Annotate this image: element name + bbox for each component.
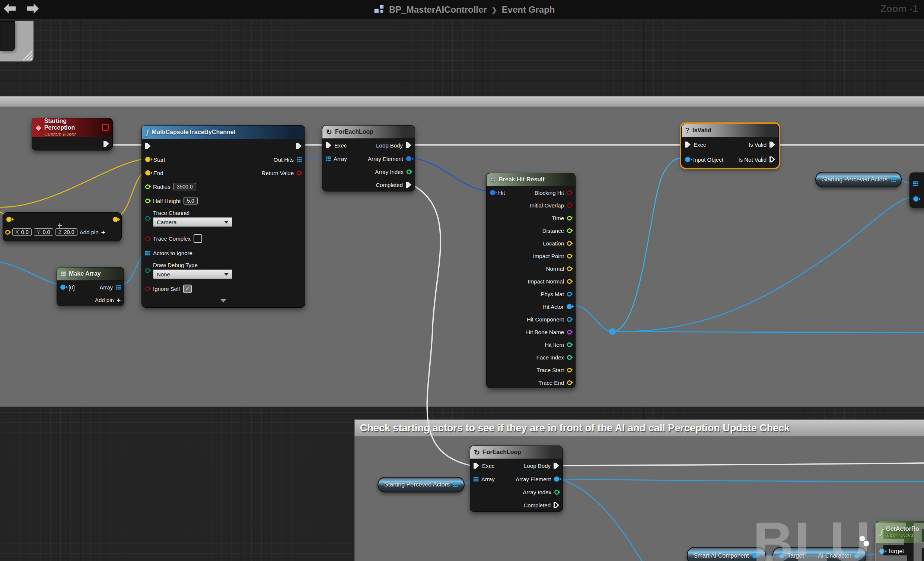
distance-pin[interactable]	[567, 229, 572, 233]
actors-to-ignore-pin[interactable]	[145, 251, 150, 256]
dropdown-caret-icon	[224, 221, 229, 224]
collapse-arrow-icon[interactable]	[220, 299, 227, 302]
component-out-pin[interactable]	[752, 553, 758, 558]
trace-complex-pin[interactable]	[145, 236, 150, 241]
location-pin[interactable]	[567, 241, 572, 246]
node-smart-ai-component[interactable]: Smart AI Component	[687, 547, 766, 561]
initial-overlap-pin[interactable]	[567, 203, 572, 208]
hit-actor-pin[interactable]	[567, 304, 572, 309]
hit-item-pin[interactable]	[567, 342, 572, 347]
array-in-pin[interactable]	[913, 181, 918, 186]
add-pin-button[interactable]: Add pin+	[80, 229, 105, 236]
exec-out-pin[interactable]	[104, 141, 109, 147]
array-element-pin[interactable]	[406, 156, 411, 161]
hit-bone-name-pin[interactable]	[567, 330, 572, 334]
node-make-array[interactable]: Make Array [0] Array Add pin+	[57, 267, 124, 306]
array-element-pin[interactable]	[554, 477, 559, 482]
trace-complex-checkbox[interactable]	[194, 234, 202, 243]
loop-icon: ↻	[474, 448, 480, 457]
array-pin[interactable]	[474, 477, 478, 482]
node-starting-perceved-actors-bottom[interactable]: Starting Perceved Actors	[378, 477, 465, 492]
draw-debug-dropdown[interactable]: None	[153, 269, 232, 279]
radius-pin[interactable]	[145, 184, 150, 189]
break-struct-icon: ⇆	[490, 176, 495, 183]
node-starting-perceved-actors-top[interactable]: Starting Perceved Actors	[815, 172, 902, 187]
hover-plus-icon: +	[57, 221, 62, 230]
node-subtitle: Target is Act	[886, 533, 919, 538]
node-break-hit-result[interactable]: ⇆ Break Hit Result Hit Blocking Hit Init…	[486, 173, 576, 388]
exec-in-pin[interactable]	[685, 141, 691, 147]
element-0-pin[interactable]	[60, 284, 66, 290]
add-pin-button[interactable]: Add pin+	[95, 296, 121, 304]
exec-in-pin[interactable]	[326, 142, 332, 148]
node-subtitle: Custom Event	[44, 131, 99, 137]
node-foreachloop-top[interactable]: ↻ ForEachLoop Exec Loop Body Array Array…	[322, 125, 415, 191]
blocking-hit-pin[interactable]	[567, 190, 572, 195]
node-isvalid[interactable]: ? IsValid Exec Is Valid Input Object Is …	[681, 124, 779, 168]
node-getactorrotation[interactable]: ƒ GetActorRo Target is Act Target	[876, 521, 924, 561]
character-out-pin[interactable]	[854, 553, 860, 558]
dropdown-caret-icon	[224, 273, 229, 276]
array-out-pin[interactable]	[453, 483, 458, 487]
vector-a-pin[interactable]	[6, 217, 12, 222]
draw-debug-type-pin[interactable]	[145, 268, 150, 273]
radius-input[interactable]: 3500.0	[174, 183, 196, 190]
array-index-pin[interactable]	[554, 490, 559, 495]
trace-start-pin[interactable]	[567, 368, 572, 373]
question-icon: ?	[686, 127, 690, 134]
ignore-self-pin[interactable]	[145, 286, 150, 291]
return-value-pin[interactable]	[297, 171, 302, 176]
completed-pin[interactable]	[406, 182, 411, 188]
function-icon: ƒ	[880, 528, 883, 536]
node-partial-right[interactable]	[909, 173, 924, 208]
vector-result-pin[interactable]	[113, 217, 118, 222]
hit-component-pin[interactable]	[567, 317, 572, 322]
delegate-pin[interactable]	[102, 124, 109, 131]
ignore-self-checkbox[interactable]: ✓	[183, 284, 192, 293]
node-multicapsuletracebychannel[interactable]: ƒ MultiCapsuleTraceByChannel Start Out H…	[141, 125, 305, 308]
make-array-icon	[61, 272, 66, 277]
exec-out-pin[interactable]	[296, 143, 302, 149]
phys-mat-pin[interactable]	[567, 292, 572, 296]
trace-channel-dropdown[interactable]: Camera	[153, 217, 232, 227]
is-not-valid-pin[interactable]	[770, 156, 775, 162]
exec-in-pin[interactable]	[145, 143, 151, 149]
node-title: Break Hit Result	[498, 176, 544, 183]
loop-body-pin[interactable]	[406, 142, 411, 148]
target-in-pin[interactable]	[779, 553, 784, 558]
loop-body-pin[interactable]	[554, 463, 559, 469]
node-title: GetActorRo	[886, 525, 919, 532]
object-in-pin[interactable]	[913, 196, 918, 202]
input-object-pin[interactable]	[685, 157, 690, 162]
half-height-input[interactable]: 5.0	[183, 197, 197, 205]
out-hits-pin[interactable]	[297, 157, 302, 162]
completed-pin[interactable]	[554, 502, 559, 508]
exec-in-pin[interactable]	[474, 463, 479, 469]
trace-channel-pin[interactable]	[145, 216, 150, 221]
hit-pin[interactable]	[490, 190, 495, 195]
node-foreachloop-bottom[interactable]: ↻ ForEachLoop Exec Loop Body Array Array…	[470, 445, 563, 512]
face-index-pin[interactable]	[567, 355, 572, 360]
is-valid-pin[interactable]	[770, 141, 775, 147]
loop-icon: ↻	[326, 128, 332, 136]
x-field[interactable]: X0.0	[12, 229, 32, 236]
impact-point-pin[interactable]	[567, 254, 572, 259]
node-title: ForEachLoop	[483, 449, 521, 456]
node-starting-perception[interactable]: ◈ Starting Perception Custom Event	[32, 118, 113, 150]
target-pin[interactable]	[879, 549, 885, 554]
impact-normal-pin[interactable]	[567, 279, 572, 284]
vector-b-pin[interactable]	[5, 230, 10, 235]
start-pin[interactable]	[145, 157, 150, 162]
time-pin[interactable]	[567, 216, 572, 221]
normal-pin[interactable]	[567, 266, 572, 271]
y-field[interactable]: Y0.0	[34, 229, 53, 236]
end-pin[interactable]	[145, 170, 150, 176]
array-pin[interactable]	[326, 156, 331, 161]
node-vector-add[interactable]: X0.0 Y0.0 Z20.0 Add pin+ +	[3, 212, 122, 241]
node-ai-character[interactable]: Target AI Character	[772, 547, 866, 561]
trace-end-pin[interactable]	[567, 381, 572, 385]
array-index-pin[interactable]	[406, 170, 411, 174]
array-out-pin[interactable]	[116, 285, 121, 290]
half-height-pin[interactable]	[145, 199, 150, 203]
array-out-pin[interactable]	[891, 177, 896, 182]
